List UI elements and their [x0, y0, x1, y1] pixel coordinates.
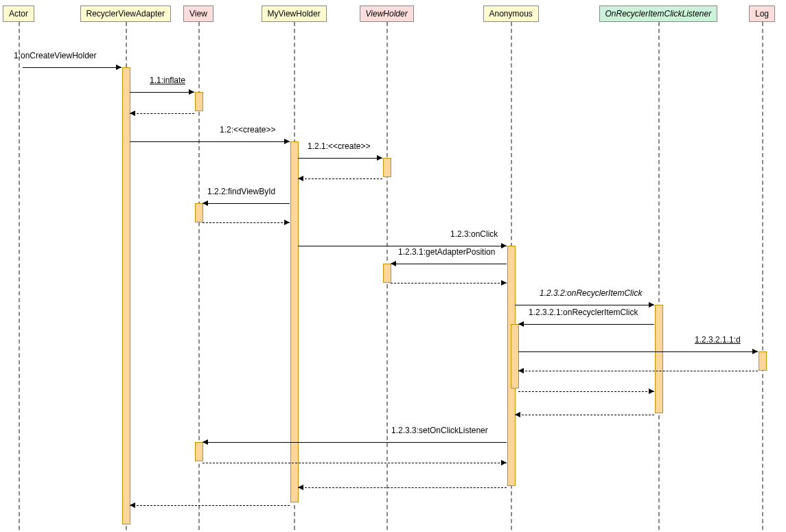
m1_2_1: 1.2.1:<<create>> — [298, 150, 382, 161]
m1: 1:onCreateViewHolder — [23, 59, 122, 70]
r1_2_1-line — [298, 178, 382, 179]
m1_2_3_2-label: 1.2.3.2:onRecyclerItemClick — [540, 288, 642, 298]
r1_2_3_3 — [203, 454, 507, 465]
m1_2_3-arrowhead — [501, 243, 507, 248]
activation-a-log — [759, 351, 767, 371]
participant-oricl: OnRecyclerItemClickListener — [599, 5, 718, 22]
activation-a-view1 — [195, 92, 203, 111]
m1_2_2: 1.2.2:findViewById — [203, 195, 290, 206]
m1_2_3_3-arrowhead — [203, 439, 208, 445]
participant-anon: Anonymous — [483, 5, 539, 22]
r1_2_2-line — [203, 222, 290, 223]
m1_2_1-line — [298, 158, 382, 159]
m1_2_3_1-arrowhead — [391, 261, 396, 266]
activation-a-oricl — [655, 305, 663, 413]
r1_2 — [130, 497, 290, 508]
participant-actor: Actor — [3, 5, 34, 22]
r1_2_3 — [298, 479, 507, 490]
m1_2_3_2_1_1-label: 1.2.3.2.1.1:d — [695, 335, 741, 345]
m1_2_3_2_1_1: 1.2.3.2.1.1:d — [518, 343, 758, 354]
participant-log: Log — [749, 5, 775, 22]
m1_1-label: 1.1:inflate — [150, 76, 185, 85]
participant-vh: ViewHolder — [360, 5, 414, 22]
participant-rva: RecyclerViewAdapter — [80, 5, 172, 22]
m1-arrowhead — [116, 65, 122, 70]
r1_2_3_2_1_1-arrowhead — [518, 368, 524, 373]
m1_2_1-label: 1.2.1:<<create>> — [308, 141, 370, 151]
m1_2-label: 1.2:<<create>> — [220, 125, 275, 135]
r1_2_1 — [298, 170, 382, 181]
r1_2_3-arrowhead — [298, 485, 303, 490]
r1_2_3-line — [298, 487, 507, 488]
m1_2_3-line — [298, 246, 507, 246]
r1_2_2-arrowhead — [284, 220, 290, 225]
r1_2_3_2_1_1-line — [518, 371, 758, 371]
m1_2_3_1-line — [391, 264, 507, 264]
m1_2_2-arrowhead — [203, 200, 208, 206]
r1_2_3_2 — [515, 406, 654, 417]
r1_1-line — [130, 113, 194, 114]
r1_2_1-arrowhead — [298, 176, 303, 181]
m1_2-arrowhead — [284, 139, 290, 144]
r1_2_3_1-arrowhead — [501, 280, 507, 286]
m1_2_2-line — [203, 203, 290, 204]
m1_2_3_2_1_1-line — [518, 351, 758, 352]
r1_2-line — [130, 505, 290, 506]
sequence-diagram: ActorRecyclerViewAdapterViewMyViewHolder… — [0, 0, 786, 532]
m1_1-line — [130, 92, 194, 93]
m1_2-line — [130, 141, 290, 142]
participant-view: View — [183, 5, 213, 22]
m1_2_3_1-label: 1.2.3.1:getAdapterPosition — [398, 247, 495, 257]
r1_2_3_3-arrowhead — [501, 460, 507, 465]
activation-a-myvh — [290, 141, 299, 502]
m1_2_3_3-line — [203, 442, 507, 443]
m1_2: 1.2:<<create>> — [130, 133, 290, 144]
r1_2_3_1 — [391, 275, 507, 286]
r1_1 — [130, 105, 194, 116]
r1_2_3_3-line — [203, 463, 507, 463]
m1_2_3_2_1-line — [518, 324, 654, 325]
m1_2_3_2_1-label: 1.2.3.2.1:onRecyclerItemClick — [529, 308, 638, 317]
m1-line — [23, 67, 122, 68]
r1_2_2 — [203, 214, 290, 225]
lifeline-log — [762, 22, 763, 530]
r1_1-arrowhead — [130, 111, 135, 116]
participant-myvh: MyViewHolder — [262, 5, 327, 22]
m1_2_3_2: 1.2.3.2:onRecyclerItemClick — [515, 297, 654, 308]
m1_2_3-label: 1.2.3:onClick — [450, 229, 498, 239]
m1-label: 1:onCreateViewHolder — [14, 51, 97, 60]
m1_1: 1.1:inflate — [130, 84, 194, 95]
r1_2_3_2_1-arrowhead — [649, 389, 654, 394]
r1_2_3_2_1-line — [518, 391, 654, 392]
activation-a-vh — [383, 158, 391, 177]
m1_2_3_2_1_1-arrowhead — [752, 349, 758, 354]
m1_2_3_2_1-arrowhead — [518, 321, 524, 327]
r1_2-arrowhead — [130, 502, 135, 508]
m1_1-arrowhead — [189, 89, 194, 95]
lifeline-oricl — [658, 22, 660, 530]
r1_2_3_2-line — [515, 415, 654, 415]
r1_2_3_1-line — [391, 283, 507, 284]
m1_2_3_3: 1.2.3.3:setOnClickListener — [203, 434, 507, 445]
m1_2_3_3-label: 1.2.3.3:setOnClickListener — [391, 426, 488, 435]
m1_2_3_2-line — [515, 305, 654, 305]
m1_2_3_2-arrowhead — [649, 302, 654, 308]
activation-a-anon2 — [511, 324, 519, 389]
r1_2_3_2_1 — [518, 383, 654, 394]
r1_2_3_2_1_1 — [518, 362, 758, 373]
lifeline-actor — [19, 22, 20, 530]
m1_2_1-arrowhead — [377, 155, 382, 161]
m1_2_3_1: 1.2.3.1:getAdapterPosition — [391, 255, 507, 266]
m1_2_3_2_1: 1.2.3.2.1:onRecyclerItemClick — [518, 316, 654, 327]
r1_2_3_2-arrowhead — [515, 412, 520, 417]
m1_2_2-label: 1.2.2:findViewById — [207, 187, 275, 196]
